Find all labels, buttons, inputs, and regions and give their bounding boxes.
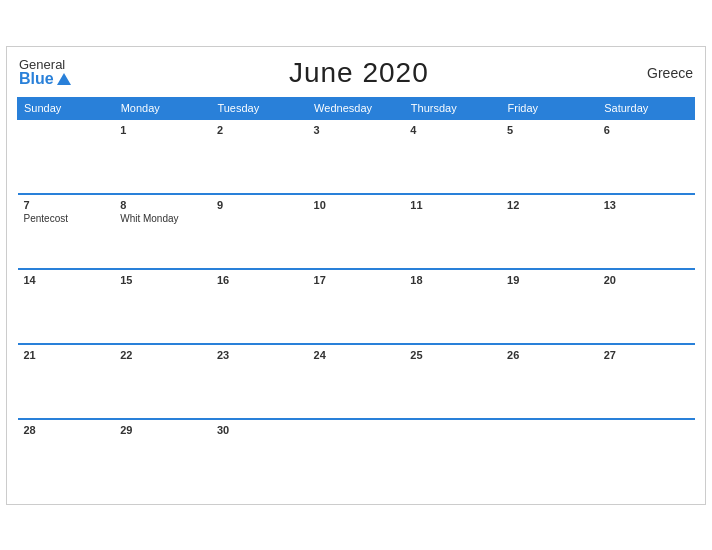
day-cell: 7Pentecost bbox=[18, 194, 115, 269]
day-cell bbox=[18, 119, 115, 194]
day-cell: 24 bbox=[308, 344, 405, 419]
day-number: 2 bbox=[217, 124, 302, 136]
day-cell: 29 bbox=[114, 419, 211, 494]
week-row-5: 282930 bbox=[18, 419, 695, 494]
day-number: 1 bbox=[120, 124, 205, 136]
calendar-title: June 2020 bbox=[289, 57, 429, 89]
day-number: 26 bbox=[507, 349, 592, 361]
day-cell: 21 bbox=[18, 344, 115, 419]
day-cell: 14 bbox=[18, 269, 115, 344]
day-event: Whit Monday bbox=[120, 213, 205, 224]
day-cell bbox=[598, 419, 695, 494]
day-number: 3 bbox=[314, 124, 399, 136]
day-cell bbox=[308, 419, 405, 494]
day-cell bbox=[404, 419, 501, 494]
day-cell bbox=[501, 419, 598, 494]
day-number: 9 bbox=[217, 199, 302, 211]
day-number: 5 bbox=[507, 124, 592, 136]
day-number: 6 bbox=[604, 124, 689, 136]
day-number: 4 bbox=[410, 124, 495, 136]
day-cell: 1 bbox=[114, 119, 211, 194]
logo: General Blue bbox=[19, 58, 71, 87]
weekday-header-friday: Friday bbox=[501, 97, 598, 119]
day-cell: 4 bbox=[404, 119, 501, 194]
day-number: 22 bbox=[120, 349, 205, 361]
day-cell: 6 bbox=[598, 119, 695, 194]
day-cell: 12 bbox=[501, 194, 598, 269]
day-cell: 25 bbox=[404, 344, 501, 419]
day-number: 14 bbox=[24, 274, 109, 286]
weekday-header-monday: Monday bbox=[114, 97, 211, 119]
day-cell: 16 bbox=[211, 269, 308, 344]
day-cell: 26 bbox=[501, 344, 598, 419]
logo-blue-text: Blue bbox=[19, 71, 71, 87]
day-cell: 10 bbox=[308, 194, 405, 269]
day-event: Pentecost bbox=[24, 213, 109, 224]
day-cell: 30 bbox=[211, 419, 308, 494]
day-cell: 23 bbox=[211, 344, 308, 419]
day-number: 19 bbox=[507, 274, 592, 286]
day-number: 10 bbox=[314, 199, 399, 211]
weekday-header-thursday: Thursday bbox=[404, 97, 501, 119]
calendar-grid: SundayMondayTuesdayWednesdayThursdayFrid… bbox=[17, 97, 695, 494]
weekday-header-tuesday: Tuesday bbox=[211, 97, 308, 119]
day-cell: 3 bbox=[308, 119, 405, 194]
day-number: 27 bbox=[604, 349, 689, 361]
weekday-header-wednesday: Wednesday bbox=[308, 97, 405, 119]
day-number: 16 bbox=[217, 274, 302, 286]
day-cell: 15 bbox=[114, 269, 211, 344]
week-row-2: 7Pentecost8Whit Monday910111213 bbox=[18, 194, 695, 269]
day-number: 7 bbox=[24, 199, 109, 211]
day-cell: 8Whit Monday bbox=[114, 194, 211, 269]
day-number: 8 bbox=[120, 199, 205, 211]
day-cell: 11 bbox=[404, 194, 501, 269]
day-number: 30 bbox=[217, 424, 302, 436]
day-number: 17 bbox=[314, 274, 399, 286]
day-cell: 22 bbox=[114, 344, 211, 419]
logo-triangle-icon bbox=[57, 73, 71, 85]
day-cell: 19 bbox=[501, 269, 598, 344]
day-number: 29 bbox=[120, 424, 205, 436]
day-number: 25 bbox=[410, 349, 495, 361]
week-row-4: 21222324252627 bbox=[18, 344, 695, 419]
week-row-1: 123456 bbox=[18, 119, 695, 194]
calendar-country: Greece bbox=[647, 65, 693, 81]
day-number: 15 bbox=[120, 274, 205, 286]
day-number: 24 bbox=[314, 349, 399, 361]
day-cell: 20 bbox=[598, 269, 695, 344]
weekday-header-row: SundayMondayTuesdayWednesdayThursdayFrid… bbox=[18, 97, 695, 119]
week-row-3: 14151617181920 bbox=[18, 269, 695, 344]
weekday-header-saturday: Saturday bbox=[598, 97, 695, 119]
day-cell: 17 bbox=[308, 269, 405, 344]
day-number: 13 bbox=[604, 199, 689, 211]
calendar-header: General Blue June 2020 Greece bbox=[17, 57, 695, 89]
day-cell: 13 bbox=[598, 194, 695, 269]
day-number: 23 bbox=[217, 349, 302, 361]
day-number: 18 bbox=[410, 274, 495, 286]
day-cell: 18 bbox=[404, 269, 501, 344]
day-number: 28 bbox=[24, 424, 109, 436]
day-cell: 9 bbox=[211, 194, 308, 269]
day-cell: 28 bbox=[18, 419, 115, 494]
day-number: 21 bbox=[24, 349, 109, 361]
calendar-container: General Blue June 2020 Greece SundayMond… bbox=[6, 46, 706, 505]
day-cell: 5 bbox=[501, 119, 598, 194]
day-cell: 27 bbox=[598, 344, 695, 419]
day-number: 20 bbox=[604, 274, 689, 286]
day-number: 11 bbox=[410, 199, 495, 211]
day-number: 12 bbox=[507, 199, 592, 211]
weekday-header-sunday: Sunday bbox=[18, 97, 115, 119]
day-cell: 2 bbox=[211, 119, 308, 194]
